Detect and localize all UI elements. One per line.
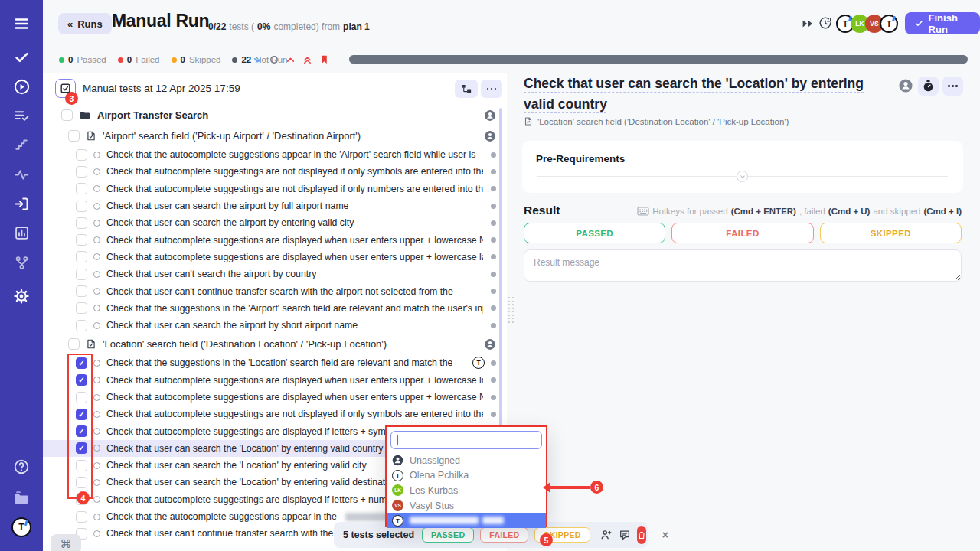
row-checkbox[interactable] xyxy=(76,511,87,523)
passed-button[interactable]: PASSED xyxy=(524,223,665,243)
row-checkbox[interactable] xyxy=(76,234,87,246)
tree-row[interactable]: Check that user can search the airport b… xyxy=(43,214,507,231)
row-checkbox[interactable] xyxy=(76,357,87,369)
requirements-icon[interactable] xyxy=(0,196,43,212)
row-checkbox[interactable] xyxy=(76,320,87,331)
result-buttons: PASSED FAILED SKIPPED xyxy=(524,223,962,243)
test-runs-icon[interactable] xyxy=(0,78,43,96)
integrations-icon[interactable] xyxy=(0,255,43,271)
suite-breadcrumb[interactable]: 'Location' search field ('Destination Lo… xyxy=(524,116,789,126)
menu-icon[interactable] xyxy=(0,15,43,32)
tree-row[interactable]: Check that autocomplete suggestions are … xyxy=(43,231,507,248)
time-estimate-button[interactable] xyxy=(918,77,939,96)
trash-icon xyxy=(637,530,646,540)
profile-avatar[interactable]: T xyxy=(0,517,43,537)
bulk-close-button[interactable]: × xyxy=(662,529,668,541)
row-checkbox[interactable] xyxy=(68,130,80,142)
assignee-dropdown: Unassigned T Olena Pchilka LK Les Kurbas… xyxy=(385,425,547,527)
shared-steps-icon[interactable] xyxy=(0,137,43,152)
tree-row[interactable]: Check that the suggestions in the 'Airpo… xyxy=(43,300,507,317)
row-checkbox[interactable] xyxy=(76,251,87,262)
row-checkbox[interactable] xyxy=(76,166,87,178)
tree-row[interactable]: 'Location' search field ('Destination Lo… xyxy=(43,334,507,354)
row-checkbox[interactable] xyxy=(76,392,87,403)
detail-more-button[interactable] xyxy=(942,77,963,96)
bulk-assign-icon[interactable] xyxy=(599,529,612,541)
back-to-runs-button[interactable]: « Runs xyxy=(58,13,112,34)
row-checkbox[interactable] xyxy=(76,149,87,161)
bulk-failed-button[interactable]: FAILED xyxy=(480,527,528,543)
projects-icon[interactable] xyxy=(0,488,43,507)
row-checkbox[interactable] xyxy=(76,183,87,194)
result-message-input[interactable] xyxy=(524,249,962,282)
test-status-circle xyxy=(93,360,100,367)
assignee-option[interactable]: T Olena Pchilka xyxy=(387,468,546,484)
help-icon[interactable] xyxy=(0,458,43,475)
assign-user-icon[interactable] xyxy=(484,109,496,122)
failed-button[interactable]: FAILED xyxy=(671,223,813,243)
tree-row[interactable]: Check that user can't continue transfer … xyxy=(43,282,507,299)
row-checkbox[interactable] xyxy=(76,477,87,488)
chevrons-up-icon[interactable] xyxy=(302,55,312,65)
tree-row[interactable]: Check that user can search the airport b… xyxy=(43,197,507,214)
test-plans-icon[interactable] xyxy=(0,108,43,124)
row-checkbox[interactable] xyxy=(76,374,87,386)
panel-resize-handle[interactable] xyxy=(508,297,514,323)
tree-row[interactable]: Check that user can't search the airport… xyxy=(43,266,507,282)
tree-row[interactable]: Check that autocomplete suggestings are … xyxy=(43,406,507,422)
tree-view-button[interactable] xyxy=(455,80,478,98)
bulk-delete-button[interactable] xyxy=(637,526,646,544)
tree-row[interactable]: Check that the autocomplete suggestions … xyxy=(43,146,507,163)
row-checkbox[interactable] xyxy=(76,302,87,314)
row-checkbox[interactable] xyxy=(61,109,73,121)
fast-forward-icon[interactable] xyxy=(802,18,814,29)
row-checkbox[interactable] xyxy=(76,442,87,454)
row-checkbox[interactable] xyxy=(76,425,87,437)
row-checkbox[interactable] xyxy=(76,285,87,297)
row-title: Check that user can search the airport b… xyxy=(106,320,358,331)
milestones-icon[interactable] xyxy=(0,167,43,183)
tree-row[interactable]: Check that the suggestions in the 'Locat… xyxy=(43,354,507,371)
chevron-up-icon[interactable] xyxy=(286,55,296,65)
tree-row[interactable]: Airport Transfer Search xyxy=(43,105,507,126)
tree-row[interactable]: Check that autocomplete suggestions are … xyxy=(43,389,507,406)
assign-user-icon[interactable] xyxy=(484,338,496,350)
reports-icon[interactable] xyxy=(0,225,43,241)
row-checkbox[interactable] xyxy=(76,217,87,229)
tree-row[interactable]: Check that autocomplete suggestions are … xyxy=(43,372,507,389)
row-checkbox[interactable] xyxy=(76,460,87,471)
assignee-option[interactable]: LK Les Kurbas xyxy=(387,483,546,498)
assign-user-icon[interactable] xyxy=(484,130,496,142)
tree-row[interactable]: Check that autocomplete suggestings are … xyxy=(43,163,507,180)
tree-row[interactable]: Check that autocomplete suggestions are … xyxy=(43,249,507,266)
assign-user-icon[interactable] xyxy=(898,78,913,96)
row-title: Airport Transfer Search xyxy=(97,109,208,121)
assignee-search-input[interactable] xyxy=(390,431,542,449)
tree-row[interactable]: Check that autocomplete suggestings are … xyxy=(43,181,507,197)
assignee-option[interactable]: VS Vasyl Stus xyxy=(387,498,546,514)
finish-run-button[interactable]: Finish Run xyxy=(905,12,980,34)
bulk-comment-icon[interactable] xyxy=(619,530,631,541)
assignee-option-unassigned[interactable]: Unassigned xyxy=(387,453,546,468)
row-checkbox[interactable] xyxy=(76,269,87,280)
test-cases-icon[interactable] xyxy=(0,49,43,65)
settings-icon[interactable] xyxy=(0,288,43,305)
tree-row[interactable]: 'Airport' search field ('Pick-up Airport… xyxy=(43,126,507,146)
circle-icon[interactable] xyxy=(270,55,279,64)
test-case-title[interactable]: Check that user can search the 'Location… xyxy=(524,73,890,115)
assignee-option-selected[interactable]: T xyxy=(387,513,546,528)
command-key-button[interactable]: ⌘ xyxy=(51,534,81,551)
status-dot xyxy=(491,186,496,191)
chevron-down-icon[interactable] xyxy=(253,55,263,65)
row-checkbox[interactable] xyxy=(76,409,87,420)
test-status-circle xyxy=(93,322,100,329)
bulk-passed-button[interactable]: PASSED xyxy=(422,527,474,543)
row-checkbox[interactable] xyxy=(76,201,87,212)
collapse-toggle[interactable] xyxy=(737,171,748,182)
tree-row[interactable]: Check that user can search the airport b… xyxy=(43,317,507,334)
row-checkbox[interactable] xyxy=(68,338,80,350)
bookmark-icon[interactable] xyxy=(319,54,329,65)
tree-more-button[interactable] xyxy=(481,80,502,98)
skipped-button[interactable]: SKIPPED xyxy=(820,223,962,243)
retest-timer-icon[interactable] xyxy=(818,16,832,30)
